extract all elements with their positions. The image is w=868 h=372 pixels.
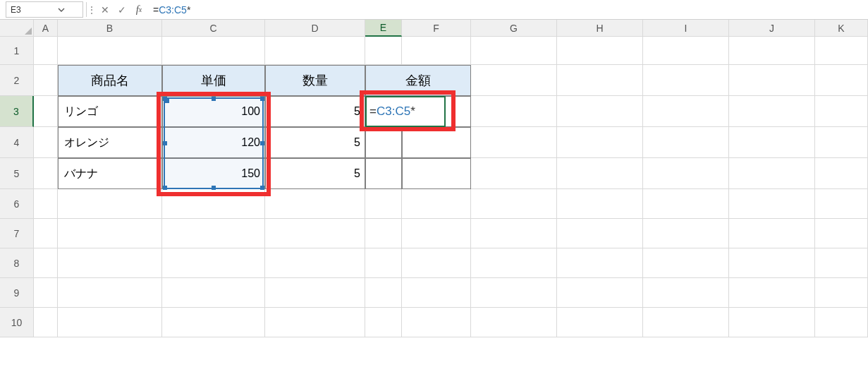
cell-E8[interactable] xyxy=(365,248,402,278)
cell-G4[interactable] xyxy=(471,127,557,158)
cell-H4[interactable] xyxy=(557,127,643,158)
cell-A7[interactable] xyxy=(34,219,58,248)
cell-D3[interactable]: 5 xyxy=(265,96,365,127)
cell-F4[interactable] xyxy=(402,127,471,158)
cell-G7[interactable] xyxy=(471,219,557,248)
cell-E10[interactable] xyxy=(365,308,402,337)
cell-A4[interactable] xyxy=(34,127,58,158)
cell-D5[interactable]: 5 xyxy=(265,158,365,189)
select-all-corner[interactable] xyxy=(0,20,34,37)
cell-I2[interactable] xyxy=(643,65,729,96)
cell-C9[interactable] xyxy=(162,278,265,308)
col-hdr-E[interactable]: E xyxy=(365,20,402,37)
cell-I9[interactable] xyxy=(643,278,729,308)
cell-J3[interactable] xyxy=(729,96,815,127)
col-hdr-D[interactable]: D xyxy=(265,20,365,37)
cell-K8[interactable] xyxy=(815,248,868,278)
cell-D2[interactable]: 数量 xyxy=(265,65,365,96)
cell-K6[interactable] xyxy=(815,189,868,219)
cell-K3[interactable] xyxy=(815,96,868,127)
row-hdr-1[interactable]: 1 xyxy=(0,37,34,65)
cell-A3[interactable] xyxy=(34,96,58,127)
cell-G1[interactable] xyxy=(471,37,557,65)
cell-C6[interactable] xyxy=(162,189,265,219)
cell-F7[interactable] xyxy=(402,219,471,248)
cell-G6[interactable] xyxy=(471,189,557,219)
cell-G2[interactable] xyxy=(471,65,557,96)
cell-H1[interactable] xyxy=(557,37,643,65)
row-hdr-9[interactable]: 9 xyxy=(0,278,34,308)
cell-F6[interactable] xyxy=(402,189,471,219)
cell-F5[interactable] xyxy=(402,158,471,189)
cell-D10[interactable] xyxy=(265,308,365,337)
cell-A5[interactable] xyxy=(34,158,58,189)
cell-C5[interactable]: 150 xyxy=(162,158,265,189)
cell-C4[interactable]: 120 xyxy=(162,127,265,158)
cell-J7[interactable] xyxy=(729,219,815,248)
cell-F10[interactable] xyxy=(402,308,471,337)
spreadsheet-grid[interactable]: A B C D E F G H I J K 1 2 商品名 単価 数量 金額 xyxy=(0,20,868,337)
cell-J6[interactable] xyxy=(729,189,815,219)
cell-F8[interactable] xyxy=(402,248,471,278)
cell-B6[interactable] xyxy=(58,189,162,219)
cell-K9[interactable] xyxy=(815,278,868,308)
row-hdr-5[interactable]: 5 xyxy=(0,158,34,189)
cell-E5[interactable] xyxy=(365,158,402,189)
cell-H2[interactable] xyxy=(557,65,643,96)
cell-E4[interactable] xyxy=(365,127,402,158)
cell-E1[interactable] xyxy=(365,37,402,65)
formula-input[interactable]: =C3:C5* xyxy=(147,0,868,19)
cell-J2[interactable] xyxy=(729,65,815,96)
cell-E9[interactable] xyxy=(365,278,402,308)
cell-H5[interactable] xyxy=(557,158,643,189)
cell-C2[interactable]: 単価 xyxy=(162,65,265,96)
cell-F1[interactable] xyxy=(402,37,471,65)
cell-B10[interactable] xyxy=(58,308,162,337)
cell-A10[interactable] xyxy=(34,308,58,337)
cell-A9[interactable] xyxy=(34,278,58,308)
row-hdr-6[interactable]: 6 xyxy=(0,189,34,219)
cell-D8[interactable] xyxy=(265,248,365,278)
cell-E7[interactable] xyxy=(365,219,402,248)
cell-A6[interactable] xyxy=(34,189,58,219)
cell-F9[interactable] xyxy=(402,278,471,308)
cell-I4[interactable] xyxy=(643,127,729,158)
cell-I7[interactable] xyxy=(643,219,729,248)
col-hdr-F[interactable]: F xyxy=(402,20,471,37)
cell-K4[interactable] xyxy=(815,127,868,158)
cell-J8[interactable] xyxy=(729,248,815,278)
cell-C1[interactable] xyxy=(162,37,265,65)
col-hdr-A[interactable]: A xyxy=(34,20,58,37)
cell-B8[interactable] xyxy=(58,248,162,278)
cell-K10[interactable] xyxy=(815,308,868,337)
cell-K2[interactable] xyxy=(815,65,868,96)
cell-D6[interactable] xyxy=(265,189,365,219)
cell-A2[interactable] xyxy=(34,65,58,96)
row-hdr-10[interactable]: 10 xyxy=(0,308,34,337)
cell-K5[interactable] xyxy=(815,158,868,189)
cell-B1[interactable] xyxy=(58,37,162,65)
col-hdr-H[interactable]: H xyxy=(557,20,643,37)
cell-I10[interactable] xyxy=(643,308,729,337)
fx-icon[interactable]: fx xyxy=(130,0,147,19)
cell-E2-F2-merged[interactable]: 金額 xyxy=(365,65,471,96)
cell-H9[interactable] xyxy=(557,278,643,308)
cell-A8[interactable] xyxy=(34,248,58,278)
row-hdr-2[interactable]: 2 xyxy=(0,65,34,96)
confirm-button[interactable]: ✓ xyxy=(114,0,130,19)
cell-D7[interactable] xyxy=(265,219,365,248)
cell-J4[interactable] xyxy=(729,127,815,158)
cell-G8[interactable] xyxy=(471,248,557,278)
cell-H8[interactable] xyxy=(557,248,643,278)
cell-G10[interactable] xyxy=(471,308,557,337)
chevron-down-icon[interactable] xyxy=(44,6,78,14)
cell-E6[interactable] xyxy=(365,189,402,219)
cell-C8[interactable] xyxy=(162,248,265,278)
row-hdr-8[interactable]: 8 xyxy=(0,248,34,278)
cell-J5[interactable] xyxy=(729,158,815,189)
cell-K1[interactable] xyxy=(815,37,868,65)
cell-J1[interactable] xyxy=(729,37,815,65)
cell-I1[interactable] xyxy=(643,37,729,65)
cell-G9[interactable] xyxy=(471,278,557,308)
col-hdr-C[interactable]: C xyxy=(162,20,265,37)
